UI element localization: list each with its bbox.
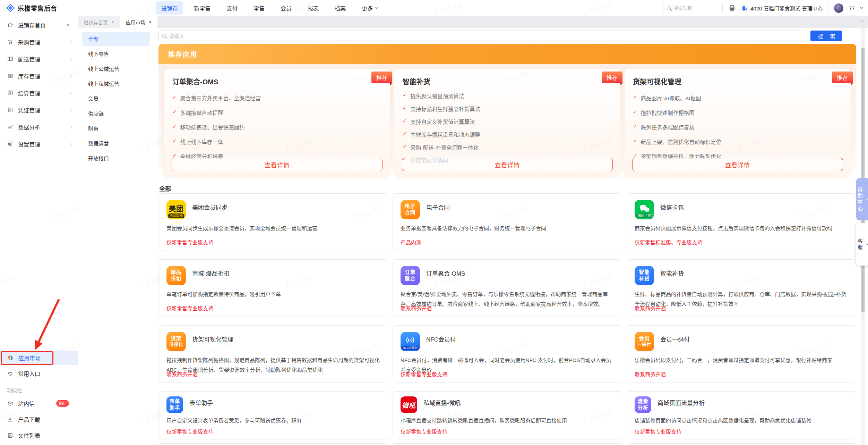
printer-icon[interactable]: [728, 4, 736, 12]
recommended-card-title: 货架可视化管理: [633, 76, 842, 86]
app-card-hot-discount[interactable]: 爆品折扣 商城-爆品折扣 单笔订单可加购指定数量特价商品，吸引用户下单 仅新零售…: [158, 259, 388, 317]
sidebar-item-voucher[interactable]: 凭证管理: [0, 101, 78, 118]
function-search-input[interactable]: [673, 5, 715, 11]
menu-item-more[interactable]: 更多: [356, 1, 383, 15]
customer-service-label: 客服: [856, 238, 863, 251]
app-card-shelf-visual[interactable]: 货架可视化 货架可视化管理 拖拉拽制作货架陈列棚格图，规范商品陈列，提供基于销售…: [158, 325, 388, 383]
user-menu-chevron-icon[interactable]: [860, 6, 863, 9]
menu-item-huiyuan[interactable]: 会员: [275, 1, 297, 15]
category-all[interactable]: 全部: [82, 32, 150, 46]
main-menu: 进销存 新零售 支付 零售 会员 报表 档案 更多: [156, 1, 383, 15]
voucher-icon: [7, 107, 14, 113]
category-finance[interactable]: 财务: [82, 121, 150, 136]
sidebar-item-purchase[interactable]: 采购管理: [0, 33, 78, 50]
menu-item-dangan[interactable]: 档案: [329, 1, 351, 15]
sidebar-item-settlement[interactable]: 结算管理: [0, 84, 78, 101]
category-supply-chain[interactable]: 供应链: [82, 107, 150, 121]
username: 77: [849, 5, 855, 11]
tab-jinxiaocun-home[interactable]: 进销存首页 ×: [78, 16, 120, 28]
avatar[interactable]: [834, 3, 843, 13]
category-private-online[interactable]: 线上私域运营: [82, 77, 150, 91]
recommended-card-oms[interactable]: 推荐 订单聚合-OMS ✓聚合第三方外卖平台，全渠道经营 ✓多端接单自动提醒 ✓…: [164, 69, 390, 177]
search-button[interactable]: 搜 索: [810, 31, 842, 41]
app-card-meituan-sync[interactable]: 美团 会员同步 美团会员同步 美团会员同步生成乐檬全渠道会员，实现全域会员统一管…: [158, 193, 388, 251]
org-switcher[interactable]: 4020-喜临门零食测试-管理中心: [741, 5, 823, 12]
function-search[interactable]: [663, 3, 723, 13]
app-card-footer-link[interactable]: 仅新零售专业版支持: [166, 428, 213, 435]
app-card-footer-link[interactable]: 联系商务开通: [635, 304, 666, 312]
app-card-form-helper[interactable]: 表单助手 表单助手 用户自定义设计表单消费者意见，参与可赠送优惠券、积分 仅新零…: [158, 391, 388, 439]
app-card-title: 货架可视化管理: [192, 335, 233, 343]
recommended-card-smart-replenish[interactable]: 推荐 智能补货 ✓提供默认销量预测算法 ✓支持标品和生鲜独立补货算法 ✓支持自定…: [394, 69, 620, 177]
app-grid-row: 美团 会员同步 美团会员同步 美团会员同步生成乐檬全渠道会员，实现全域会员统一管…: [158, 193, 856, 251]
sidebar-item-label: 采购管理: [18, 38, 65, 46]
sidebar-item-favorites[interactable]: 常用入口: [0, 366, 78, 381]
view-details-button[interactable]: 查看详情: [632, 158, 843, 171]
app-card-member-one-code[interactable]: 会员一码付 会员一码付 乐檬会员码即支付码，二码合一，消费者通过指定通道支付可享…: [627, 325, 856, 383]
app-card-footer-link[interactable]: 仅新零售专业版支持: [166, 238, 213, 246]
sidebar-item-delivery[interactable]: 配送管理: [0, 50, 78, 67]
sidebar-item-label: 站内信: [18, 399, 35, 408]
sidebar-item-inventory[interactable]: 库存管理: [0, 67, 78, 84]
app-card-oms[interactable]: 订单聚合 订单聚合-OMS 聚合京/美/饿/抖全域外卖、零售订单，与乐檬零售系统…: [393, 259, 622, 317]
sidebar-item-downloads[interactable]: 产品下载: [0, 412, 78, 427]
close-icon[interactable]: ×: [111, 19, 114, 25]
app-card-footer-link[interactable]: 联系商务开通: [401, 304, 432, 312]
sidebar-item-analytics[interactable]: 数据分析: [0, 118, 78, 135]
sidebar-item-settings[interactable]: 设置管理: [0, 135, 78, 152]
app-card-wechat-card[interactable]: 微信卡包 微信卡包 商家会员码页面展示微信支付按钮，点击后实现微信卡包的入会和快…: [627, 193, 856, 251]
smart-replenish-app-icon: 智能补货: [635, 266, 654, 285]
app-card-traffic-analysis[interactable]: 流量分析 商城页面流量分析 店铺装修页面的访问点击情况和点击热区数据化呈现，帮助…: [627, 391, 856, 439]
app-card-footer-link[interactable]: 仅新零售专业版支持: [401, 370, 447, 378]
app-card-footer-link[interactable]: 产品内测: [401, 238, 421, 246]
sidebar-item-label: 结算管理: [18, 89, 65, 97]
category-public-online[interactable]: 线上公域运营: [82, 62, 150, 76]
top-navbar: 乐檬零售后台 进销存 新零售 支付 零售 会员 报表 档案 更多: [0, 0, 868, 16]
app-card-footer-link[interactable]: 仅新零售专业版支持: [635, 428, 681, 435]
menu-item-zhifu[interactable]: 支付: [221, 1, 243, 15]
category-open-api[interactable]: 开放接口: [82, 151, 150, 166]
tab-app-market[interactable]: 应用市场 ×: [120, 16, 157, 28]
app-card-footer-link[interactable]: 仅新零售专业版支持: [401, 428, 447, 435]
sidebar-item-messages[interactable]: 站内信 99+: [0, 396, 78, 411]
customer-service-button[interactable]: 客服: [856, 223, 868, 266]
app-card-desc: 聚合京/美/饿/抖全域外卖、零售订单，与乐檬零售系统无缝衔接，帮助商家统一管理商…: [401, 289, 614, 309]
tabs-overflow-chevron-icon[interactable]: [860, 18, 863, 22]
sidebar-item-file-list[interactable]: 文件列表: [0, 428, 78, 443]
app-card-footer-link[interactable]: 联系商务开通: [166, 370, 198, 378]
app-card-title: 微信卡包: [660, 203, 684, 211]
app-card-smart-replenish[interactable]: 智能补货 智能补货 生鲜、标品商品的补货量自动预测计算，打通供应商、仓库、门店数…: [627, 259, 856, 317]
app-card-footer-link[interactable]: 仅新零售标准版、专业版支持: [635, 238, 702, 246]
divider: [828, 5, 828, 11]
app-card-desc: 拖拉拽制作货架陈列棚格图，规范商品陈列，提供基于销售数据和商品生命周期的货架可视…: [166, 355, 380, 375]
app-card-nfc-pay[interactable]: NFC会员付 NFC会员付 NFC会员付，消费者碰一碰即可入会，同时老会员使用N…: [393, 325, 622, 383]
feature-item: ✓提供默认销量预测算法: [403, 92, 612, 100]
app-card-vhall-live[interactable]: 微吼 私域直播-微吼 小程序直播支持跳转跳转微吼直播直播间，购买微吼服务后即可直…: [393, 391, 622, 439]
menu-item-lingshou[interactable]: 零售: [248, 1, 270, 15]
chevron-right-icon: [69, 57, 72, 60]
category-offline-retail[interactable]: 线下零售: [82, 47, 150, 61]
close-icon[interactable]: ×: [149, 19, 152, 25]
app-card-footer-link[interactable]: 联系商务开通: [635, 370, 666, 378]
sidebar-item-home[interactable]: 进销存首页 ⇤: [0, 16, 78, 33]
app-search[interactable]: [158, 31, 806, 41]
view-details-button[interactable]: 查看详情: [172, 158, 383, 171]
menu-item-xinlingshou[interactable]: 新零售: [189, 1, 216, 15]
app-card-desc: 商家会员码页面展示微信支付按钮，点击后实现微信卡包的入会和快速打开微信付款码: [635, 224, 848, 233]
app-grid-row: 货架可视化 货架可视化管理 拖拉拽制作货架陈列棚格图，规范商品陈列，提供基于销售…: [158, 325, 856, 383]
recommended-card-shelf-visual[interactable]: 推荐 货架可视化管理 ✓商品图片-AI抓取、AI抠图 ✓拖拉拽快速制作棚格图 ✓…: [625, 69, 851, 177]
app-search-input[interactable]: [169, 33, 802, 39]
menu-item-jinxiaocun[interactable]: 进销存: [156, 1, 183, 15]
view-details-button[interactable]: 查看详情: [402, 158, 613, 171]
sidebar-item-label: 产品下载: [18, 415, 40, 423]
app-card-footer-link[interactable]: 仅新零售专业版支持: [166, 304, 213, 312]
help-center-button[interactable]: 帮助中心: [856, 178, 868, 220]
sidebar-item-app-market[interactable]: 应用市场: [0, 351, 78, 365]
category-data-ops[interactable]: 数据运营: [82, 136, 150, 151]
category-member[interactable]: 会员: [82, 92, 150, 106]
menu-item-baobiao[interactable]: 报表: [302, 1, 324, 15]
app-card-desc: 业务单据签署具备法律效力的电子合同，财务统一管理电子合同: [401, 224, 614, 233]
collapse-sidebar-icon[interactable]: ⇤: [67, 22, 71, 28]
sidebar-item-label: 文件列表: [18, 431, 40, 439]
app-card-e-contract[interactable]: 电子合同 电子合同 业务单据签署具备法律效力的电子合同，财务统一管理电子合同 产…: [393, 193, 622, 251]
